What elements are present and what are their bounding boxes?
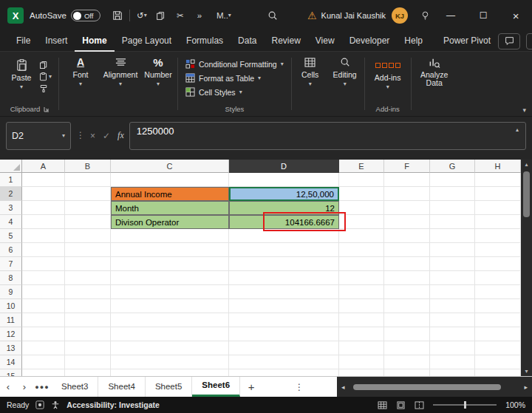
normal-view-icon[interactable] — [378, 401, 387, 409]
sheet-tab-sheet6-active[interactable]: Sheet6 — [192, 377, 240, 397]
minimize-button[interactable]: — — [434, 0, 467, 31]
accessibility-status[interactable]: Accessibility: Investigate — [66, 400, 159, 409]
col-header-e[interactable]: E — [339, 160, 384, 173]
addins-button[interactable]: Add-ins ▾ — [369, 55, 406, 90]
row-header-12[interactable]: 12 — [0, 327, 22, 341]
cell-d2-active[interactable]: 12,50,000 — [229, 187, 339, 201]
tab-file[interactable]: File — [9, 31, 38, 52]
sheet-tab-sheet5[interactable]: Sheet5 — [146, 377, 192, 397]
qat-overflow-button[interactable]: M.. ▾ — [209, 5, 239, 26]
tab-home[interactable]: Home — [75, 31, 114, 52]
row-header-7[interactable]: 7 — [0, 257, 22, 271]
cell-c4[interactable]: Divison Operator — [111, 215, 229, 229]
tab-page-layout[interactable]: Page Layout — [115, 31, 179, 52]
new-sheet-button[interactable]: + — [240, 380, 262, 393]
scroll-left-icon[interactable]: ◂ — [341, 377, 345, 397]
close-button[interactable]: × — [499, 0, 532, 31]
tab-data[interactable]: Data — [231, 31, 264, 52]
macro-record-icon[interactable] — [35, 400, 44, 409]
undo-button[interactable]: ↺ ▾ — [132, 5, 151, 26]
insert-function-button[interactable]: fx — [117, 130, 124, 141]
cancel-icon[interactable]: × — [90, 131, 95, 141]
cells-group-button[interactable]: Cells ▾ — [293, 52, 327, 116]
sheet-tab-sheet3[interactable]: Sheet3 — [52, 377, 98, 397]
page-layout-view-icon[interactable] — [396, 401, 406, 409]
tab-developer[interactable]: Developer — [342, 31, 398, 52]
horizontal-scrollbar[interactable]: ◂ ▸ — [337, 377, 532, 397]
select-all-corner[interactable] — [0, 160, 22, 173]
row-header-13[interactable]: 13 — [0, 341, 22, 355]
autosave-control[interactable]: AutoSave Off — [30, 10, 100, 21]
copy-button[interactable] — [151, 5, 171, 26]
conditional-formatting-button[interactable]: Conditional Formatting ▾ — [183, 57, 287, 71]
zoom-level[interactable]: 100% — [505, 400, 525, 409]
editing-group-button[interactable]: Editing ▾ — [327, 52, 363, 116]
cut-button[interactable]: ✂ — [171, 5, 190, 26]
cell-c3[interactable]: Month — [111, 201, 229, 215]
more-commands-button[interactable]: » — [190, 5, 209, 26]
formula-input[interactable]: 1250000 ▴ — [129, 122, 526, 150]
worksheet-grid[interactable]: A B C D E F G H 1 2 3 4 5 6 7 8 9 10 11 … — [0, 160, 521, 376]
user-name[interactable]: Kunal Jai Kaushik — [321, 11, 386, 20]
row-header-2[interactable]: 2 — [0, 187, 22, 201]
tab-help[interactable]: Help — [397, 31, 430, 52]
zoom-slider-handle[interactable] — [464, 401, 466, 409]
analyze-data-button[interactable]: Analyze Data — [413, 52, 456, 116]
comments-button[interactable] — [498, 33, 520, 50]
tab-view[interactable]: View — [308, 31, 342, 52]
col-header-b[interactable]: B — [65, 160, 111, 173]
prev-sheet-icon[interactable]: ‹ — [0, 381, 16, 392]
warning-icon[interactable]: ⚠ — [307, 10, 317, 21]
formula-bar-handle-icon[interactable]: ⋮ — [76, 122, 85, 140]
row-header-9[interactable]: 9 — [0, 285, 22, 299]
row-header-1[interactable]: 1 — [0, 173, 22, 187]
page-break-view-icon[interactable] — [415, 401, 424, 409]
row-header-4[interactable]: 4 — [0, 215, 22, 229]
col-header-g[interactable]: G — [430, 160, 475, 173]
alignment-group-button[interactable]: Alignment ▾ — [100, 52, 140, 116]
row-header-8[interactable]: 8 — [0, 271, 22, 285]
row-header-6[interactable]: 6 — [0, 243, 22, 257]
col-header-c[interactable]: C — [111, 160, 229, 173]
row-header-15[interactable]: 15 — [0, 369, 22, 376]
copy-small-button[interactable] — [39, 59, 52, 71]
all-sheets-icon[interactable]: ●●● — [33, 383, 52, 391]
dialog-launcher-icon[interactable] — [44, 106, 50, 112]
format-painter-button[interactable] — [39, 83, 52, 95]
row-header-10[interactable]: 10 — [0, 299, 22, 313]
accessibility-icon[interactable] — [51, 400, 60, 409]
paste-button[interactable]: Paste ▾ — [6, 55, 37, 99]
save-button[interactable] — [108, 5, 127, 26]
scroll-right-icon[interactable]: ▸ — [524, 377, 528, 397]
vertical-scrollbar[interactable]: ▴ ▾ — [521, 160, 532, 376]
vertical-scrollbar-thumb[interactable] — [523, 171, 530, 217]
ribbon-collapse-chevron-icon[interactable]: ▾ — [522, 106, 526, 114]
next-sheet-icon[interactable]: › — [16, 381, 33, 392]
autosave-toggle[interactable]: Off — [71, 10, 100, 21]
row-header-3[interactable]: 3 — [0, 201, 22, 215]
col-header-f[interactable]: F — [384, 160, 430, 173]
name-box[interactable]: D2 ▾ — [6, 122, 71, 150]
number-group-button[interactable]: % Number ▾ — [140, 52, 176, 116]
search-button[interactable] — [263, 5, 282, 26]
format-as-table-button[interactable]: Format as Table ▾ — [183, 71, 287, 85]
sheet-tab-sheet4[interactable]: Sheet4 — [98, 377, 145, 397]
cell-styles-button[interactable]: Cell Styles ▾ — [183, 85, 287, 99]
scroll-up-icon[interactable]: ▴ — [521, 161, 532, 168]
paste-options-button[interactable]: ▾ — [39, 71, 52, 83]
row-header-5[interactable]: 5 — [0, 229, 22, 243]
maximize-button[interactable]: ☐ — [467, 0, 499, 31]
share-button[interactable]: ▾ — [526, 33, 532, 50]
cell-c2[interactable]: Annual Income — [111, 187, 229, 201]
col-header-a[interactable]: A — [22, 160, 65, 173]
lightbulb-button[interactable] — [415, 5, 434, 26]
font-group-button[interactable]: A Font ▾ — [61, 52, 100, 116]
col-header-h[interactable]: H — [475, 160, 521, 173]
row-header-11[interactable]: 11 — [0, 313, 22, 327]
row-header-14[interactable]: 14 — [0, 355, 22, 369]
tab-power-pivot[interactable]: Power Pivot — [436, 31, 498, 52]
tab-review[interactable]: Review — [264, 31, 307, 52]
zoom-slider[interactable] — [433, 404, 497, 406]
tab-formulas[interactable]: Formulas — [179, 31, 231, 52]
avatar[interactable]: KJ — [392, 7, 408, 24]
